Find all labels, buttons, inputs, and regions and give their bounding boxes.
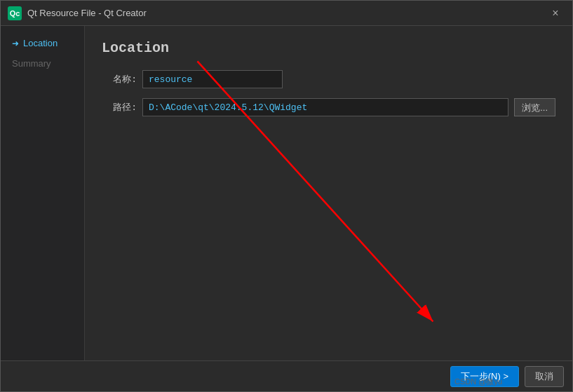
cancel-button[interactable]: 取消	[525, 366, 564, 387]
close-button[interactable]: ×	[546, 4, 565, 23]
dialog-window: Qc Qt Resource File - Qt Creator × ➜ Loc…	[0, 0, 573, 392]
browse-button[interactable]: 浏览...	[514, 98, 555, 116]
name-input[interactable]	[142, 70, 283, 88]
path-label: 路径:	[102, 101, 137, 114]
sidebar-item-summary[interactable]: Summary	[6, 55, 79, 72]
window-title: Qt Resource File - Qt Creator	[27, 8, 546, 18]
sidebar: ➜ Location Summary	[1, 26, 85, 360]
name-row: 名称:	[102, 70, 555, 88]
path-row: 路径: 浏览...	[102, 98, 555, 116]
name-label: 名称:	[102, 73, 137, 86]
main-content: ➜ Location Summary Location 名称: 路径: 浏览..…	[1, 26, 572, 360]
form-area: Location 名称: 路径: 浏览...	[85, 26, 572, 360]
form-title: Location	[102, 40, 555, 56]
path-input[interactable]	[142, 98, 508, 116]
path-input-wrapper	[142, 98, 508, 116]
logo-text: Qc	[10, 9, 20, 18]
sidebar-item-location[interactable]: ➜ Location	[6, 34, 79, 52]
app-logo: Qc	[8, 6, 22, 20]
arrow-right-icon: ➜	[12, 39, 19, 48]
sidebar-item-summary-label: Summary	[12, 58, 51, 69]
title-bar: Qc Qt Resource File - Qt Creator ×	[1, 1, 572, 26]
sidebar-item-location-label: Location	[23, 38, 58, 48]
watermark: CSDN @微yu	[454, 377, 502, 387]
